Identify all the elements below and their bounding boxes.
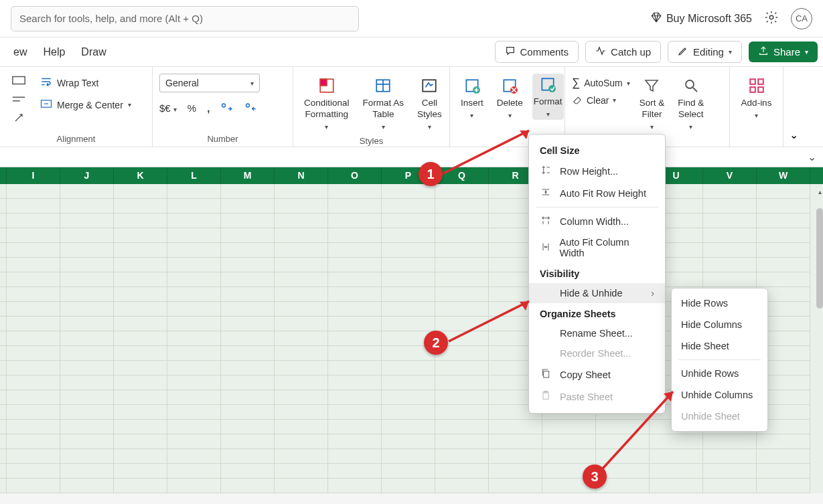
cell[interactable] — [435, 405, 489, 420]
cell[interactable] — [114, 243, 167, 258]
cell[interactable] — [757, 243, 810, 258]
vertical-scrollbar[interactable] — [816, 208, 823, 309]
add-ins-button[interactable]: Add-ins▾ — [737, 74, 776, 122]
cell[interactable] — [382, 302, 435, 317]
cell[interactable] — [275, 287, 328, 302]
cell[interactable] — [114, 375, 167, 390]
ribbon-collapse-button[interactable]: ⌄ — [783, 67, 804, 147]
cell[interactable] — [7, 464, 60, 479]
conditional-formatting-button[interactable]: Conditional Formatting▾ — [300, 74, 354, 134]
cell[interactable] — [703, 464, 757, 479]
cell[interactable] — [328, 302, 382, 317]
column-header[interactable]: M — [221, 167, 275, 184]
comments-button[interactable]: Comments — [495, 41, 579, 63]
cell[interactable] — [114, 449, 167, 464]
cell[interactable] — [167, 243, 221, 258]
cell[interactable] — [435, 258, 489, 272]
column-header[interactable]: N — [275, 167, 328, 184]
cell[interactable] — [60, 287, 114, 302]
cell[interactable] — [167, 287, 221, 302]
cell[interactable] — [275, 317, 328, 331]
cell[interactable] — [60, 361, 114, 375]
cell[interactable] — [221, 302, 275, 317]
cell[interactable] — [382, 243, 435, 258]
cell[interactable] — [114, 464, 167, 479]
column-header[interactable]: L — [167, 167, 221, 184]
cell[interactable] — [382, 449, 435, 464]
decrease-decimal-button[interactable] — [244, 102, 258, 114]
cell[interactable] — [275, 464, 328, 479]
cell[interactable] — [757, 464, 810, 479]
cell[interactable] — [221, 434, 275, 449]
cell[interactable] — [167, 302, 221, 317]
submenu-unhide-columns[interactable]: Unhide Columns — [672, 384, 767, 406]
cell[interactable] — [435, 302, 489, 317]
cell[interactable] — [167, 390, 221, 405]
cell[interactable] — [114, 405, 167, 420]
cell[interactable] — [757, 479, 810, 493]
cell[interactable] — [114, 272, 167, 287]
cell[interactable] — [221, 272, 275, 287]
cell[interactable] — [60, 184, 114, 199]
cell[interactable] — [757, 184, 810, 199]
cell[interactable] — [275, 302, 328, 317]
cell[interactable] — [167, 272, 221, 287]
align-icon[interactable] — [11, 75, 26, 88]
cell[interactable] — [382, 287, 435, 302]
cell[interactable] — [382, 258, 435, 272]
clear-button[interactable]: Clear ▾ — [572, 94, 630, 106]
cell[interactable] — [435, 449, 489, 464]
cell[interactable] — [435, 479, 489, 493]
cell[interactable] — [167, 449, 221, 464]
cell[interactable] — [328, 272, 382, 287]
cell[interactable] — [167, 375, 221, 390]
cell[interactable] — [703, 479, 757, 493]
orientation-icon[interactable] — [12, 111, 25, 127]
cell[interactable] — [221, 361, 275, 375]
cell[interactable] — [167, 199, 221, 214]
cell[interactable] — [114, 390, 167, 405]
cell[interactable] — [382, 420, 435, 434]
cell[interactable] — [650, 479, 703, 493]
submenu-hide-columns[interactable]: Hide Columns — [672, 314, 767, 335]
cell[interactable] — [167, 346, 221, 361]
cell[interactable] — [275, 405, 328, 420]
cell[interactable] — [382, 390, 435, 405]
cell[interactable] — [650, 464, 703, 479]
cell[interactable] — [7, 317, 60, 331]
cell[interactable] — [275, 199, 328, 214]
cell[interactable] — [221, 405, 275, 420]
cell[interactable] — [167, 258, 221, 272]
cell[interactable] — [435, 375, 489, 390]
cell[interactable] — [435, 214, 489, 228]
cell[interactable] — [703, 214, 757, 228]
insert-cells-button[interactable]: Insert▾ — [457, 74, 488, 122]
cell[interactable] — [7, 258, 60, 272]
buy-microsoft-365-link[interactable]: Buy Microsoft 365 — [650, 11, 752, 26]
cell[interactable] — [114, 228, 167, 243]
cell[interactable] — [167, 317, 221, 331]
cell[interactable] — [328, 361, 382, 375]
cell[interactable] — [114, 287, 167, 302]
cell[interactable] — [7, 228, 60, 243]
find-select-button[interactable]: Find & Select▾ — [674, 74, 708, 134]
align-icon[interactable] — [11, 94, 26, 106]
cell[interactable] — [60, 317, 114, 331]
format-as-table-button[interactable]: Format As Table▾ — [359, 74, 408, 134]
cell[interactable] — [275, 228, 328, 243]
share-button[interactable]: Share ▾ — [749, 41, 818, 62]
cell[interactable] — [435, 228, 489, 243]
cell[interactable] — [7, 361, 60, 375]
cell[interactable] — [275, 184, 328, 199]
cell[interactable] — [435, 464, 489, 479]
cell[interactable] — [275, 420, 328, 434]
cell[interactable] — [703, 449, 757, 464]
cell[interactable] — [221, 184, 275, 199]
settings-icon[interactable] — [764, 10, 779, 27]
cell[interactable] — [114, 199, 167, 214]
cell[interactable] — [382, 479, 435, 493]
cell[interactable] — [7, 390, 60, 405]
cell[interactable] — [221, 331, 275, 346]
cell[interactable] — [542, 420, 596, 434]
cell[interactable] — [114, 214, 167, 228]
